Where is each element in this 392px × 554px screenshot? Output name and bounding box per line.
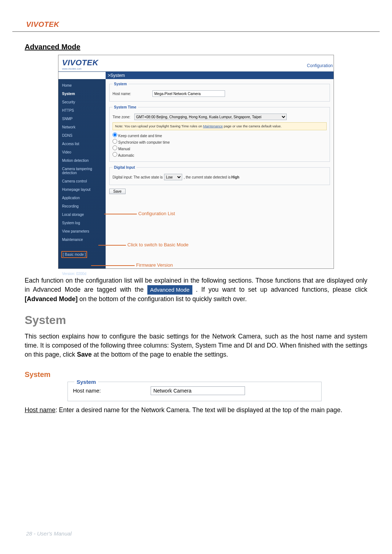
- sidebar-item-local-storage[interactable]: Local storage: [58, 210, 106, 219]
- callout-line: [91, 265, 135, 266]
- hostname-description: Host name: Enter a desired name for the …: [25, 406, 367, 415]
- callout-basic-mode: Click to switch to Basic Mode: [127, 242, 188, 247]
- radio-manual-label: Manual: [118, 147, 130, 151]
- breadcrumb: >System: [106, 72, 334, 79]
- figure-hostname-label: Host name:: [73, 387, 149, 394]
- maintenance-link[interactable]: Maintenance: [203, 124, 222, 128]
- digital-input-legend: Digital Input: [113, 165, 136, 169]
- hostname-label: Host name:: [113, 92, 152, 96]
- sidebar-item-home[interactable]: Home: [58, 81, 106, 90]
- sidebar-item-maintenance[interactable]: Maintenance: [58, 235, 106, 244]
- logo: VIVOTEK www.vivotek.com: [62, 58, 98, 70]
- basic-mode-button[interactable]: [ Basic mode ]: [61, 251, 87, 258]
- hostname-input[interactable]: [152, 90, 225, 97]
- di-text-b: , the current state detected is: [184, 175, 230, 179]
- sidebar-item-recording[interactable]: Recording: [58, 202, 106, 210]
- sidebar-item-video[interactable]: Video: [58, 148, 106, 156]
- advanced-mode-tag: Advanced Mode: [147, 285, 192, 295]
- sidebar-item-homepage-layout[interactable]: Homepage layout: [58, 185, 106, 194]
- dst-note: Note: You can upload your Daylight Savin…: [113, 122, 327, 130]
- sidebar-item-security[interactable]: Security: [58, 98, 106, 106]
- configuration-link[interactable]: Configuration: [307, 63, 333, 68]
- system-fieldset: System Host name:: [109, 82, 330, 102]
- timezone-select[interactable]: GMT+08:00 Beijing, Chongqing, Hong Kong,…: [134, 114, 287, 120]
- system-time-fieldset: System Time Time zone: GMT+08:00 Beijing…: [109, 105, 330, 162]
- advanced-mode-heading: Advanced Mode: [25, 43, 367, 51]
- radio-keep-current-label: Keep current date and time: [118, 134, 162, 138]
- system-time-legend: System Time: [113, 105, 138, 109]
- sidebar-item-camera-control[interactable]: Camera control: [58, 177, 106, 185]
- intro-paragraph: Each function on the configuration list …: [25, 276, 367, 304]
- firmware-version-label: Version: 0200d: [62, 272, 102, 276]
- sidebar-item-application[interactable]: Application: [58, 194, 106, 202]
- sidebar-item-snmp[interactable]: SNMP: [58, 115, 106, 123]
- di-active-state-select[interactable]: Low: [164, 174, 182, 180]
- brand: VIVOTEK: [26, 20, 59, 28]
- logo-url: www.vivotek.com: [62, 67, 98, 70]
- timezone-label: Time zone:: [113, 115, 134, 119]
- radio-keep-current[interactable]: [113, 132, 117, 137]
- system-figure-legend: System: [74, 379, 98, 385]
- radio-automatic[interactable]: [113, 152, 117, 157]
- callout-line: [98, 245, 126, 246]
- system-subheading: System: [25, 370, 367, 379]
- header-rule: [12, 31, 380, 32]
- radio-sync-computer[interactable]: [113, 139, 117, 144]
- sidebar-item-access-list[interactable]: Access list: [58, 140, 106, 148]
- callout-line: [104, 214, 137, 214]
- system-heading: System: [25, 313, 367, 327]
- di-text-a: Digital input: The active state is: [113, 175, 163, 179]
- radio-automatic-label: Automatic: [118, 153, 134, 157]
- sidebar-item-view-parameters[interactable]: View parameters: [58, 227, 106, 235]
- sidebar-item-system[interactable]: System: [58, 90, 106, 98]
- sidebar-item-ddns[interactable]: DDNS: [58, 131, 106, 140]
- radio-sync-computer-label: Synchronize with computer time: [118, 140, 170, 144]
- di-current-state: High: [231, 175, 239, 179]
- sidebar-item-https[interactable]: HTTPS: [58, 106, 106, 115]
- content-pane: System Host name: System Time Time zone:…: [106, 79, 334, 268]
- system-description: This section explains how to configure t…: [25, 332, 367, 360]
- sidebar-item-camera-tampering[interactable]: Camera tampering detection: [58, 165, 106, 177]
- sidebar-item-network[interactable]: Network: [58, 123, 106, 131]
- sidebar-item-motion-detection[interactable]: Motion detection: [58, 156, 106, 165]
- digital-input-fieldset: Digital Input Digital input: The active …: [109, 165, 330, 185]
- sidebar-item-system-log[interactable]: System log: [58, 219, 106, 227]
- page-footer: 28 - User's Manual: [26, 530, 72, 537]
- system-legend: System: [113, 82, 128, 86]
- config-screenshot: VIVOTEK www.vivotek.com Configuration >S…: [58, 55, 334, 269]
- save-button[interactable]: Save: [109, 189, 126, 194]
- logo-text: VIVOTEK: [62, 58, 98, 67]
- system-figure: System Host name:: [68, 382, 322, 401]
- figure-hostname-input[interactable]: [151, 386, 245, 395]
- callout-firmware-version: Firmware Version: [136, 262, 173, 268]
- callout-config-list: Configuration List: [138, 211, 175, 216]
- sidebar: Home System Security HTTPS SNMP Network …: [58, 79, 106, 268]
- radio-manual[interactable]: [113, 145, 117, 150]
